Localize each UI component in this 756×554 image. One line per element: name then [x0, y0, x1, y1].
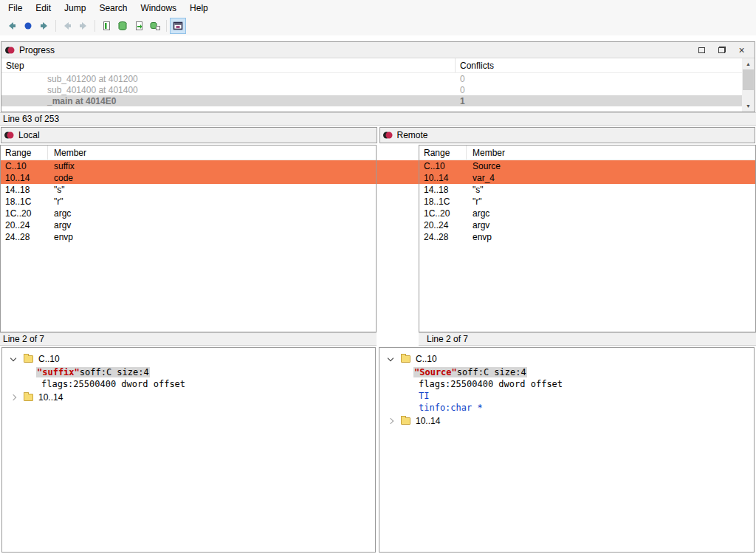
- conflicts-cell: 0: [456, 85, 742, 95]
- progress-titlebar[interactable]: Progress ×: [1, 42, 755, 58]
- scroll-up-icon[interactable]: ▲: [742, 58, 755, 69]
- maximize-button[interactable]: [692, 44, 712, 57]
- chevron-right-icon[interactable]: [385, 419, 396, 423]
- toolbar: [0, 16, 756, 35]
- local-table-rows: C..10 suffix 10..14 code 14..18 "s" 18..…: [1, 160, 376, 243]
- forward-arrow-icon[interactable]: [36, 18, 52, 34]
- database-icon[interactable]: [114, 18, 131, 34]
- menu-item[interactable]: Windows: [134, 1, 183, 16]
- member-definition-line[interactable]: "Source" soff:C size:4: [413, 366, 754, 378]
- range-cell: 10..14: [1, 173, 48, 183]
- remote-pane-header[interactable]: Remote: [379, 127, 756, 143]
- conflicts-cell: 1: [456, 96, 742, 106]
- conflicts-column-header[interactable]: Conflicts: [456, 58, 742, 72]
- remote-table-header: Range Member: [419, 146, 755, 160]
- member-row[interactable]: 20..24 argv: [419, 219, 755, 231]
- member-attrs-text: soff:C size:4: [457, 367, 526, 377]
- folder-icon: [401, 417, 410, 425]
- local-pane-header[interactable]: Local: [1, 127, 377, 143]
- member-column-header[interactable]: Member: [48, 146, 376, 160]
- member-row[interactable]: 1C..20 argc: [419, 208, 755, 219]
- range-cell: 18..1C: [419, 196, 467, 207]
- step-cell: _main at 4014E0: [1, 96, 456, 106]
- member-row[interactable]: 18..1C "r": [1, 196, 376, 208]
- restore-button[interactable]: [712, 44, 732, 57]
- member-row[interactable]: 14..18 "s": [419, 184, 755, 196]
- member-cell: "r": [467, 196, 755, 207]
- member-cell: argc: [467, 208, 755, 219]
- local-status-bar: Line 2 of 7: [0, 332, 377, 346]
- member-row[interactable]: 10..14 var_4: [419, 172, 755, 184]
- step-column-header[interactable]: Step: [1, 58, 456, 72]
- member-row[interactable]: 20..24 argv: [1, 219, 376, 231]
- vertical-scrollbar[interactable]: ▲ ▼: [742, 58, 755, 112]
- progress-step-row[interactable]: _main at 4014E0 1: [1, 95, 742, 106]
- range-column-header[interactable]: Range: [419, 146, 467, 160]
- member-row[interactable]: 24..28 envp: [419, 231, 755, 243]
- tree-folder-row[interactable]: 10..14: [2, 390, 375, 405]
- tree-folder-row[interactable]: C..10: [2, 352, 375, 366]
- local-pane-title: Local: [18, 130, 40, 140]
- chevron-right-icon[interactable]: [7, 395, 19, 400]
- progress-step-row[interactable]: sub_401400 at 401400 0: [1, 84, 742, 95]
- member-row[interactable]: 24..28 envp: [1, 231, 376, 243]
- status-gap: [377, 332, 419, 346]
- menu-item[interactable]: Search: [92, 1, 134, 16]
- member-row[interactable]: 10..14 code: [1, 172, 376, 184]
- menu-item[interactable]: Jump: [58, 1, 92, 16]
- member-row[interactable]: 1C..20 argc: [1, 208, 376, 219]
- progress-step-row[interactable]: sub_401200 at 401200 0: [1, 73, 742, 84]
- database-sync-icon[interactable]: [147, 18, 163, 34]
- scroll-down-icon[interactable]: ▼: [742, 100, 755, 112]
- folder-label: C..10: [38, 354, 60, 364]
- member-row[interactable]: C..10 suffix: [1, 160, 376, 172]
- range-column-header[interactable]: Range: [1, 146, 48, 160]
- range-cell: 14..18: [419, 185, 467, 195]
- ida-icon: [4, 130, 14, 140]
- member-row[interactable]: 18..1C "r": [419, 196, 755, 208]
- range-cell: 24..28: [419, 232, 467, 242]
- member-definition-line[interactable]: "suffix" soff:C size:4: [36, 366, 375, 378]
- remote-table-rows: C..10 Source 10..14 var_4 14..18 "s" 18.…: [419, 160, 755, 243]
- member-name-text: "suffix": [37, 367, 80, 377]
- back-arrow-icon[interactable]: [4, 18, 20, 34]
- folder-icon: [24, 355, 33, 363]
- member-cell: envp: [467, 232, 755, 242]
- toolbar-separator: [55, 20, 56, 32]
- tree-folder-row[interactable]: C..10: [379, 352, 754, 366]
- member-name-text: "Source": [414, 367, 457, 377]
- toolbar-separator: [166, 20, 167, 32]
- member-column-header[interactable]: Member: [467, 146, 755, 160]
- menu-item[interactable]: File: [1, 1, 29, 16]
- record-dot-icon[interactable]: [20, 18, 36, 34]
- remote-pane-title: Remote: [397, 130, 428, 140]
- remote-detail-tree: C..10 "Source" soff:C size:4 flags:25500…: [379, 347, 755, 553]
- tree-folder-row[interactable]: 10..14: [379, 414, 754, 428]
- range-cell: 1C..20: [1, 208, 48, 219]
- member-cell: Source: [467, 161, 755, 171]
- member-cell: envp: [48, 232, 376, 242]
- scrollbar-thumb[interactable]: [743, 69, 754, 90]
- progress-status-bar: Line 63 of 253: [0, 112, 756, 126]
- merge-screen-icon[interactable]: [170, 18, 186, 34]
- range-cell: 24..28: [1, 232, 48, 242]
- menu-item[interactable]: Help: [183, 1, 215, 16]
- close-button[interactable]: ×: [732, 44, 752, 57]
- flags-line[interactable]: flags:25500400 dword offset: [41, 378, 375, 390]
- history-forward-icon[interactable]: [75, 18, 92, 34]
- member-row[interactable]: C..10 Source: [419, 160, 755, 172]
- range-cell: 1C..20: [419, 208, 467, 219]
- import-document-icon[interactable]: [98, 18, 114, 34]
- member-attrs-text: soff:C size:4: [80, 367, 149, 377]
- export-document-icon[interactable]: [131, 18, 147, 34]
- flags-line[interactable]: flags:25500400 dword offset: [419, 378, 754, 390]
- ida-icon: [382, 130, 393, 140]
- member-row[interactable]: 14..18 "s": [1, 184, 376, 196]
- tinfo-line[interactable]: tinfo:char *: [419, 402, 754, 414]
- member-tables-row: Range Member C..10 suffix 10..14 code 14…: [0, 145, 756, 332]
- chevron-down-icon[interactable]: [7, 358, 19, 360]
- chevron-down-icon[interactable]: [385, 358, 396, 360]
- menu-item[interactable]: Edit: [29, 1, 58, 16]
- history-back-icon[interactable]: [59, 18, 75, 34]
- ti-line[interactable]: TI: [419, 390, 754, 402]
